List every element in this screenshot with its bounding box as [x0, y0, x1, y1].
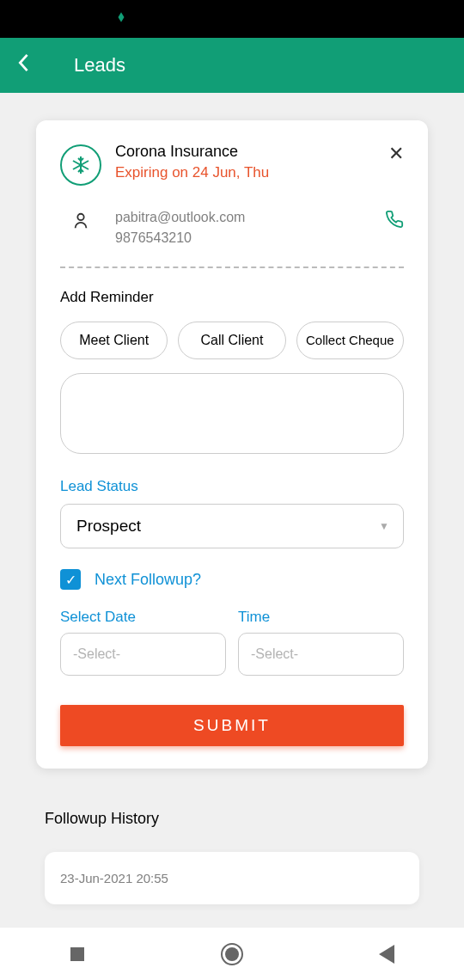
next-followup-checkbox[interactable]: ✓: [60, 569, 81, 590]
time-input[interactable]: -Select-: [238, 633, 404, 676]
app-icon: [115, 11, 127, 27]
lead-status-select[interactable]: Prospect ▼: [60, 504, 404, 548]
phone-icon[interactable]: [385, 210, 404, 232]
history-timestamp: 23-Jun-2021 20:55: [60, 871, 404, 885]
time-label: Time: [238, 609, 404, 626]
lead-type-icon: [60, 144, 101, 186]
back-button[interactable]: [375, 943, 398, 965]
date-placeholder: -Select-: [73, 646, 120, 662]
svg-marker-0: [119, 12, 125, 22]
lead-card: Corona Insurance Expiring on 24 Jun, Thu…: [36, 120, 428, 769]
contact-phone: 9876543210: [115, 230, 371, 246]
page-title: Leads: [74, 54, 125, 77]
collect-cheque-button[interactable]: Collect Cheque: [296, 322, 404, 359]
contact-email: pabitra@outlook.com: [115, 210, 371, 225]
close-icon[interactable]: ✕: [388, 143, 404, 165]
add-reminder-label: Add Reminder: [60, 289, 404, 306]
submit-button[interactable]: SUBMIT: [60, 705, 404, 746]
home-button[interactable]: [221, 943, 243, 965]
status-bar: [0, 0, 464, 38]
notes-input[interactable]: [60, 373, 404, 454]
lead-status-label: Lead Status: [60, 478, 404, 495]
select-date-label: Select Date: [60, 609, 226, 626]
next-followup-label: Next Followup?: [95, 571, 201, 589]
lead-title: Corona Insurance: [115, 143, 375, 161]
divider: [60, 266, 404, 268]
meet-client-button[interactable]: Meet Client: [60, 322, 168, 359]
svg-point-8: [77, 214, 83, 220]
time-placeholder: -Select-: [251, 646, 298, 662]
recent-apps-button[interactable]: [66, 943, 89, 965]
call-client-button[interactable]: Call Client: [178, 322, 285, 359]
lead-status-value: Prospect: [76, 517, 141, 536]
person-icon: [60, 211, 101, 230]
android-nav-bar: [0, 927, 464, 980]
header-bar: Leads: [0, 38, 464, 93]
chevron-down-icon: ▼: [379, 520, 389, 532]
date-input[interactable]: -Select-: [60, 633, 226, 676]
back-icon[interactable]: [17, 53, 29, 77]
lead-expiry: Expiring on 24 Jun, Thu: [115, 164, 375, 181]
history-title: Followup History: [45, 810, 419, 828]
history-item[interactable]: 23-Jun-2021 20:55: [45, 852, 419, 904]
